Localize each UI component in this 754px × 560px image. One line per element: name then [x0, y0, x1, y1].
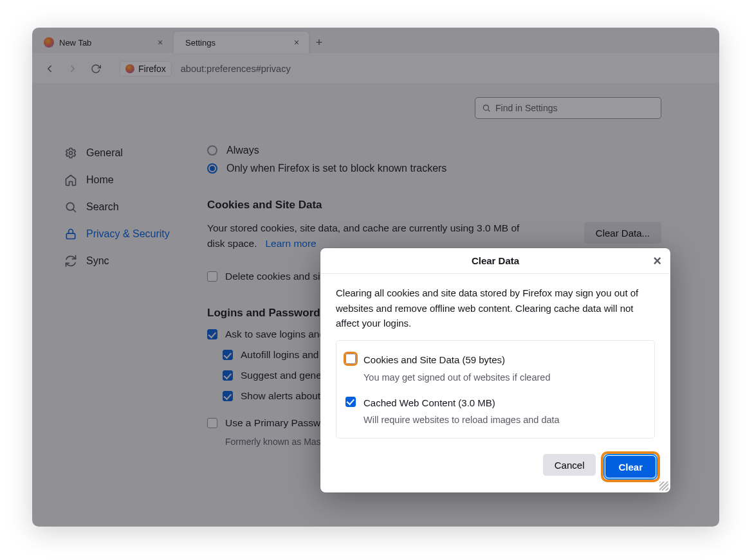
checkbox-icon[interactable] [345, 397, 356, 407]
option-label: Cached Web Content (3.0 MB) [363, 395, 560, 411]
option-sub: You may get signed out of websites if cl… [363, 370, 550, 385]
clear-button[interactable]: Clear [605, 456, 656, 478]
cancel-button[interactable]: Cancel [543, 454, 596, 476]
dialog-title-bar: Clear Data × [320, 248, 670, 274]
dialog-title: Clear Data [472, 255, 519, 266]
option-sub: Will require websites to reload images a… [363, 413, 560, 428]
dialog-description: Clearing all cookies and site data store… [336, 285, 655, 331]
close-icon[interactable]: × [653, 254, 661, 268]
option-cache[interactable]: Cached Web Content (3.0 MB) Will require… [345, 395, 645, 428]
clear-highlight: Clear [603, 454, 657, 480]
resize-grip[interactable] [659, 482, 668, 491]
option-cookies[interactable]: Cookies and Site Data (59 bytes) You may… [345, 352, 645, 385]
browser-window: New Tab × Settings × + Firefox [32, 28, 719, 527]
option-label: Cookies and Site Data (59 bytes) [363, 352, 550, 368]
options-box: Cookies and Site Data (59 bytes) You may… [336, 340, 655, 438]
clear-data-dialog: Clear Data × Clearing all cookies and si… [320, 248, 670, 492]
checkbox-icon[interactable] [345, 354, 356, 364]
